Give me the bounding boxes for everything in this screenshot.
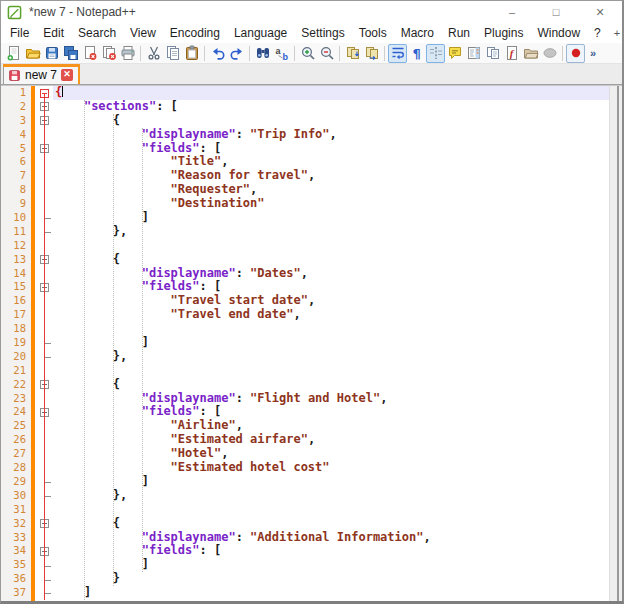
zoom-in-icon[interactable]	[298, 44, 317, 63]
code-line[interactable]: "Destination"	[53, 197, 609, 211]
code-line[interactable]: "Requester",	[53, 183, 609, 197]
code-line[interactable]: "Travel start date",	[53, 294, 609, 308]
undo-icon[interactable]	[208, 44, 227, 63]
close-file-icon[interactable]	[80, 44, 99, 63]
code-line[interactable]: {	[53, 378, 609, 392]
monitoring-icon[interactable]	[540, 44, 559, 63]
open-file-icon[interactable]	[23, 44, 42, 63]
fold-margin[interactable]	[37, 86, 53, 602]
code-line[interactable]: {	[53, 114, 609, 128]
replace-icon[interactable]: ab	[272, 44, 291, 63]
code-line[interactable]: {	[53, 253, 609, 267]
code-line[interactable]: ]	[53, 586, 609, 600]
vertical-scrollbar[interactable]	[609, 86, 622, 602]
code-line[interactable]: "fields": [	[53, 544, 609, 558]
record-macro-icon[interactable]	[566, 44, 585, 63]
show-all-characters-icon[interactable]: ¶	[407, 44, 426, 63]
code-line[interactable]	[53, 239, 609, 253]
code-line[interactable]: "displayname": "Additional Information",	[53, 531, 609, 545]
line-number: 9	[1, 197, 31, 211]
define-language-icon[interactable]	[445, 44, 464, 63]
code-line[interactable]: "Title",	[53, 155, 609, 169]
menu-item-language[interactable]: Language	[227, 24, 294, 42]
code-line[interactable]: "Reason for travel",	[53, 169, 609, 183]
menu-item-view[interactable]: View	[123, 24, 163, 42]
code-line[interactable]: "Estimated airfare",	[53, 433, 609, 447]
menu-item-window[interactable]: Window	[530, 24, 587, 42]
menu-item-edit[interactable]: Edit	[36, 24, 71, 42]
code-token	[55, 168, 171, 182]
folder-as-workspace-icon[interactable]	[521, 44, 540, 63]
code-line[interactable]: "Travel end date",	[53, 308, 609, 322]
document-list-icon[interactable]	[483, 44, 502, 63]
tab-close-icon[interactable]: ✕	[61, 69, 73, 81]
word-wrap-icon[interactable]	[388, 44, 407, 63]
minimize-button[interactable]: –	[490, 1, 534, 23]
code-token: "Airline"	[171, 418, 236, 432]
code-line[interactable]: "Airline",	[53, 419, 609, 433]
sync-horizontal-icon[interactable]	[362, 44, 381, 63]
close-button[interactable]: ✕	[578, 1, 622, 23]
menu-item-plugins[interactable]: Plugins	[477, 24, 530, 42]
copy-icon[interactable]	[163, 44, 182, 63]
code-line[interactable]	[53, 503, 609, 517]
menu-item-macro[interactable]: Macro	[394, 24, 441, 42]
toolbar-overflow-chevron[interactable]: »	[587, 47, 599, 59]
code-line[interactable]	[53, 364, 609, 378]
tab-new-7[interactable]: new 7 ✕	[3, 64, 79, 84]
menu-item-file[interactable]: File	[3, 24, 36, 42]
sync-vertical-icon[interactable]	[343, 44, 362, 63]
code-token: "fields"	[142, 279, 200, 293]
code-token	[55, 530, 142, 544]
svg-text:a: a	[275, 46, 281, 56]
save-all-icon[interactable]	[61, 44, 80, 63]
menu-item-run[interactable]: Run	[441, 24, 477, 42]
menu-plus-button[interactable]: +	[608, 26, 624, 40]
code-line[interactable]: "displayname": "Flight and Hotel",	[53, 392, 609, 406]
maximize-button[interactable]: □	[534, 1, 578, 23]
code-line[interactable]: },	[53, 225, 609, 239]
menu-item-search[interactable]: Search	[71, 24, 123, 42]
code-line[interactable]: ]	[53, 558, 609, 572]
menu-item-settings[interactable]: Settings	[294, 24, 351, 42]
code-line[interactable]: },	[53, 489, 609, 503]
code-line[interactable]: "fields": [	[53, 405, 609, 419]
code-line[interactable]	[53, 322, 609, 336]
code-line[interactable]: ]	[53, 475, 609, 489]
menu-item-help[interactable]: ?	[587, 24, 608, 42]
editor-pane[interactable]: 1234567891011121314151617181920212223242…	[1, 85, 622, 602]
scrollbar-thumb[interactable]	[617, 86, 619, 602]
code-line[interactable]: ]	[53, 336, 609, 350]
code-line[interactable]: "displayname": "Dates",	[53, 267, 609, 281]
code-line[interactable]: "Estimated hotel cost"	[53, 461, 609, 475]
code-token: "Flight and Hotel"	[250, 391, 380, 405]
code-line[interactable]: {	[53, 517, 609, 531]
code-text-area[interactable]: { "sections": [ { "displayname": "Trip I…	[53, 86, 609, 602]
redo-icon[interactable]	[227, 44, 246, 63]
code-token: "displayname"	[142, 391, 236, 405]
menu-item-encoding[interactable]: Encoding	[163, 24, 227, 42]
code-line[interactable]: "displayname": "Trip Info",	[53, 128, 609, 142]
line-number: 2	[1, 100, 31, 114]
zoom-out-icon[interactable]	[317, 44, 336, 63]
code-token: ,	[236, 418, 243, 432]
paste-icon[interactable]	[182, 44, 201, 63]
code-line[interactable]: ]	[53, 211, 609, 225]
menu-item-tools[interactable]: Tools	[352, 24, 394, 42]
code-line[interactable]: "sections": [	[53, 100, 609, 114]
save-icon[interactable]	[42, 44, 61, 63]
close-all-icon[interactable]	[99, 44, 118, 63]
print-icon[interactable]	[118, 44, 137, 63]
code-line[interactable]: }	[53, 572, 609, 586]
function-list-icon[interactable]: f	[502, 44, 521, 63]
document-map-icon[interactable]	[464, 44, 483, 63]
current-code-line[interactable]: {	[53, 86, 609, 100]
new-file-icon[interactable]	[4, 44, 23, 63]
code-line[interactable]: "fields": [	[53, 280, 609, 294]
code-line[interactable]: "fields": [	[53, 142, 609, 156]
code-line[interactable]: "Hotel",	[53, 447, 609, 461]
find-icon[interactable]	[253, 44, 272, 63]
indent-guide-icon[interactable]	[426, 44, 445, 63]
cut-icon[interactable]	[144, 44, 163, 63]
code-line[interactable]: },	[53, 350, 609, 364]
